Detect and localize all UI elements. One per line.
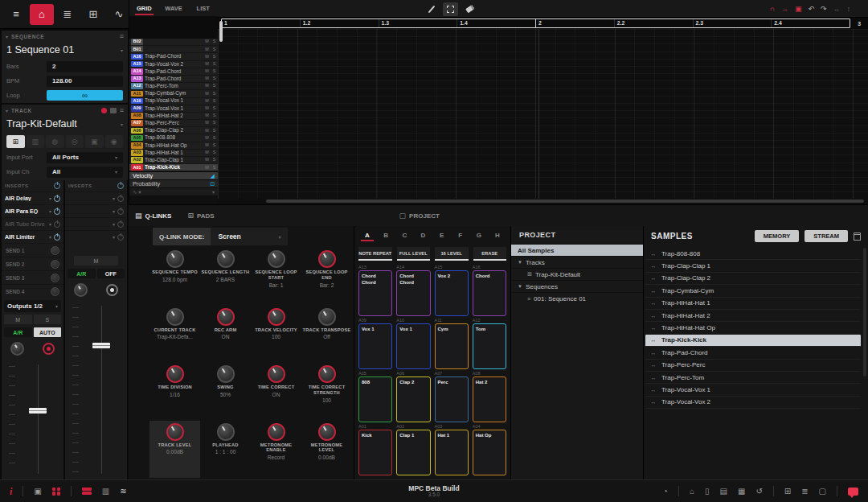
power-icon[interactable] <box>54 183 60 189</box>
chevron-down-icon[interactable]: ▾ <box>212 189 215 195</box>
qlink-knob-cell[interactable]: REC ARMON <box>200 306 251 364</box>
home-icon[interactable]: ⌂ <box>30 4 54 25</box>
input-ch-select[interactable]: All▾ <box>47 167 123 178</box>
menu-icon[interactable]: ≡ <box>4 4 28 25</box>
qlink-knob-cell[interactable]: TIME DIVISION1/16 <box>149 363 200 421</box>
mute-button[interactable]: M <box>203 92 211 97</box>
bank-c[interactable]: C <box>398 232 411 239</box>
midi-icon[interactable]: ◉ <box>105 135 124 148</box>
bank-b[interactable]: B <box>379 232 392 239</box>
qlink-knob-cell[interactable]: TRACK VELOCITY100 <box>251 306 301 364</box>
loop-toggle[interactable]: ∞ <box>47 90 123 101</box>
solo-button[interactable]: S <box>211 113 218 118</box>
erase-tool[interactable] <box>462 2 477 16</box>
track-selector[interactable]: Trap-Kit-Default▾ <box>2 116 128 132</box>
knob[interactable] <box>166 250 184 268</box>
bank-h[interactable]: H <box>491 232 504 239</box>
pad-row[interactable]: A05Trap-808-808MS <box>129 134 218 142</box>
solo-button[interactable]: S <box>211 129 218 134</box>
pad-row[interactable]: A06Trap-Clap-Clap 2MS <box>129 127 218 134</box>
sample-row[interactable]: ↔Trap-Cymbal-Cym <box>645 285 861 297</box>
pad-row[interactable]: B01MS <box>129 46 218 53</box>
sliders-icon[interactable]: ≋ <box>120 488 126 496</box>
mixer-mini-icon[interactable] <box>82 488 92 495</box>
send-slot[interactable]: SEND 1 <box>2 243 63 257</box>
pad-a07[interactable]: Perc <box>435 376 469 422</box>
pad-row[interactable]: A01Trap-Kick-KickMS <box>129 164 218 171</box>
redo-icon[interactable]: ↷ <box>821 5 827 13</box>
tab-pads[interactable]: ⊞PADS <box>187 212 214 220</box>
chevron-down-icon[interactable]: ▾ <box>113 208 115 214</box>
page-icon[interactable]: ▢ <box>819 488 826 496</box>
pencil-tool[interactable] <box>424 2 439 16</box>
grid-view-icon[interactable]: ⊞ <box>784 488 791 496</box>
locate-icon[interactable]: → <box>781 5 788 13</box>
stream-button[interactable]: STREAM <box>805 230 848 242</box>
knob[interactable] <box>268 423 285 441</box>
project-item[interactable]: ▼Sequences <box>511 280 643 292</box>
keygroup-icon[interactable]: ▥ <box>27 135 45 148</box>
solo-button[interactable]: S <box>211 76 218 81</box>
input-port-select[interactable]: All Ports▾ <box>47 152 123 163</box>
qlink-knob-cell[interactable]: SEQUENCE TEMPO128.0 bpm <box>149 248 200 306</box>
mute-button[interactable]: M <box>203 158 211 163</box>
snap-icon[interactable]: ∩ <box>769 5 774 13</box>
notes-icon[interactable]: ▤ <box>719 488 727 496</box>
plugin-icon[interactable]: ▣ <box>85 135 104 148</box>
lane-probability[interactable]: Probability⊡ <box>129 179 218 187</box>
qlink-knob-cell[interactable]: TIME CORRECT STRENGTH100 <box>301 363 352 421</box>
seq-bpm-field[interactable]: 128.00 <box>47 76 123 87</box>
pad-row[interactable]: A15Trap-Vocal-Vox 2MS <box>129 61 218 68</box>
mute-button[interactable]: M <box>203 143 211 148</box>
pad-a14[interactable]: ChordChord <box>396 270 430 316</box>
pad-row[interactable]: A10Trap-Vocal-Vox 1MS <box>129 98 218 105</box>
lane-collapsed[interactable]: ∿ ▾▾ <box>129 187 218 195</box>
mute-button[interactable]: M <box>203 150 211 155</box>
knob[interactable] <box>217 250 235 268</box>
knob[interactable] <box>318 365 336 383</box>
pad-a02[interactable]: Clap 1 <box>396 430 430 475</box>
cv-icon[interactable]: ◎ <box>66 135 84 148</box>
sample-row[interactable]: ↔Trap-Pad-Chord <box>645 347 861 359</box>
mute-button[interactable]: M <box>203 47 211 52</box>
zoom-vertical-icon[interactable]: ↕ <box>847 5 851 13</box>
knob[interactable] <box>268 308 285 326</box>
mute-button[interactable]: M <box>203 106 211 111</box>
sample-row[interactable]: ↔Trap-Clap-Clap 1 <box>645 260 861 272</box>
pad-row[interactable]: A07Trap-Perc-PercMS <box>129 120 218 127</box>
send-knob[interactable] <box>51 287 59 296</box>
pad-a13[interactable]: ChordChord <box>358 270 392 316</box>
power-icon[interactable] <box>54 208 60 215</box>
loop-region[interactable]: 11.21.31.422.22.32.4 <box>221 19 850 28</box>
qlink-knob-cell[interactable]: TIME CORRECTON <box>251 363 301 421</box>
solo-button[interactable]: S <box>211 39 218 44</box>
memory-button[interactable]: MEMORY <box>755 230 799 242</box>
pads-mini-icon[interactable] <box>52 488 60 496</box>
qlink-knob-cell[interactable]: CURRENT TRACKTrap-Kit-Defa... <box>149 306 200 364</box>
tab-wave[interactable]: WAVE <box>159 0 189 16</box>
solo-button[interactable]: S <box>211 47 218 52</box>
mute-button[interactable]: M <box>4 315 32 324</box>
power-icon[interactable] <box>117 195 124 202</box>
pad-a09[interactable]: Vox 1 <box>358 323 392 369</box>
send-slot[interactable]: SEND 3 <box>2 270 63 284</box>
pad-a01[interactable]: Kick <box>358 430 392 475</box>
mute-button[interactable]: M <box>203 129 211 134</box>
trash-icon[interactable] <box>854 232 861 241</box>
power-icon[interactable] <box>54 234 60 241</box>
insert-slot[interactable]: AIR Delay▾ <box>2 191 63 204</box>
tab-grid[interactable]: GRID <box>129 0 159 16</box>
select-tool[interactable] <box>443 2 458 16</box>
pad-row[interactable]: A11Trap-Cymbal-CymMS <box>129 90 218 97</box>
loop-lock-icon[interactable]: ▣ <box>795 5 802 13</box>
collapse-chevron-icon[interactable]: ▾ <box>6 108 8 113</box>
chevron-down-icon[interactable]: ▾ <box>113 195 115 201</box>
mute-button[interactable]: M <box>203 113 211 118</box>
pad-a04[interactable]: Hat Op <box>473 430 506 475</box>
knob[interactable] <box>318 308 336 326</box>
pad-a06[interactable]: Clap 2 <box>396 376 430 422</box>
chevron-down-icon[interactable]: ▾ <box>49 208 51 214</box>
master-mute-button[interactable]: M <box>74 256 118 265</box>
chat-icon[interactable] <box>848 488 858 496</box>
insert-slot[interactable]: ▾ <box>65 191 127 204</box>
